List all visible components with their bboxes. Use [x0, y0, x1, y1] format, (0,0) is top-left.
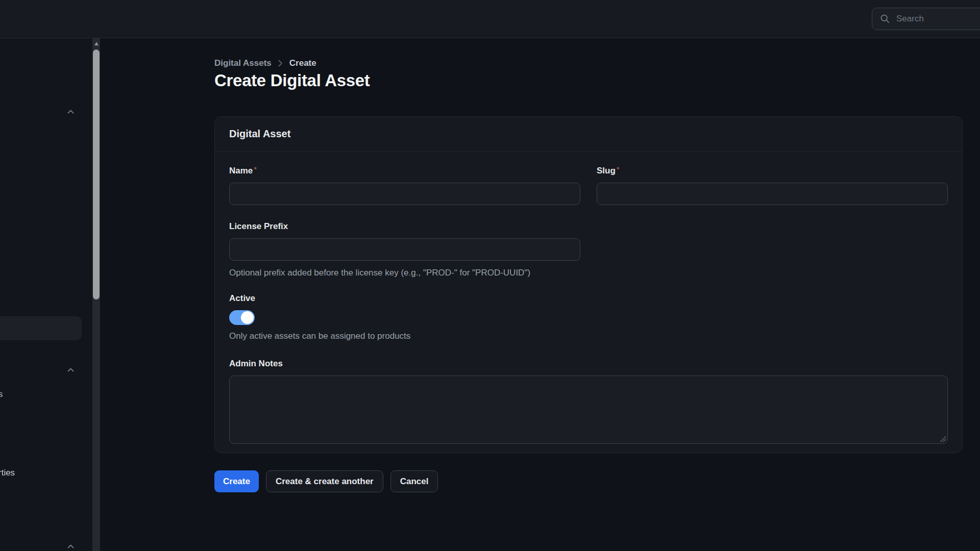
form-actions: Create Create & create another Cancel [214, 470, 438, 492]
digital-asset-form-card: Digital Asset Name * Slug * [214, 116, 963, 453]
toggle-knob [241, 311, 254, 324]
admin-notes-label: Admin Notes [229, 359, 283, 369]
create-and-create-another-button[interactable]: Create & create another [266, 470, 383, 492]
slug-label: Slug [597, 166, 616, 176]
sidebar-item-label-fragment[interactable]: s [0, 389, 3, 399]
required-asterisk: * [254, 166, 257, 173]
create-button[interactable]: Create [214, 470, 259, 492]
card-body: Name * Slug * License Prefi [215, 152, 962, 458]
sidebar-item-label-fragment[interactable]: rties [0, 468, 15, 478]
card-title: Digital Asset [229, 128, 290, 140]
chevron-right-icon [278, 60, 283, 67]
license-prefix-helper: Optional prefix added before the license… [229, 268, 948, 278]
breadcrumb-create: Create [289, 58, 316, 68]
chevron-up-icon[interactable] [67, 108, 75, 115]
active-label: Active [229, 293, 255, 304]
sidebar: s rties [0, 38, 92, 551]
name-input[interactable] [229, 183, 580, 205]
sidebar-scrollbar[interactable] [92, 38, 100, 551]
page-title: Create Digital Asset [214, 71, 370, 90]
chevron-up-icon[interactable] [67, 366, 75, 373]
resize-grip-icon[interactable] [940, 436, 946, 442]
scrollbar-thumb[interactable] [93, 49, 100, 299]
scrollbar-up-button[interactable] [92, 38, 100, 48]
main-content: Digital Assets Create Create Digital Ass… [100, 38, 980, 551]
license-prefix-label: License Prefix [229, 221, 288, 232]
card-header: Digital Asset [215, 117, 962, 152]
slug-field-block: Slug * [597, 166, 948, 205]
sidebar-active-item[interactable] [0, 316, 82, 340]
license-prefix-field-block: License Prefix [229, 221, 580, 261]
breadcrumb: Digital Assets Create [214, 58, 316, 68]
cancel-button[interactable]: Cancel [390, 470, 438, 492]
active-field-block: Active Only active assets can be assigne… [229, 293, 948, 341]
active-toggle[interactable] [229, 310, 255, 325]
topbar [0, 0, 980, 38]
slug-input[interactable] [597, 183, 948, 205]
search-icon [880, 14, 890, 24]
active-helper: Only active assets can be assigned to pr… [229, 331, 948, 341]
name-label: Name [229, 166, 253, 176]
search-input[interactable] [896, 14, 973, 24]
name-field-block: Name * [229, 166, 580, 205]
arrow-up-icon [94, 42, 99, 45]
admin-notes-field-block: Admin Notes [229, 359, 948, 444]
admin-notes-textarea[interactable] [229, 375, 948, 444]
breadcrumb-digital-assets[interactable]: Digital Assets [214, 58, 272, 68]
required-asterisk: * [617, 166, 620, 173]
global-search[interactable] [872, 8, 980, 30]
chevron-up-icon[interactable] [67, 543, 75, 550]
license-prefix-input[interactable] [229, 238, 580, 261]
